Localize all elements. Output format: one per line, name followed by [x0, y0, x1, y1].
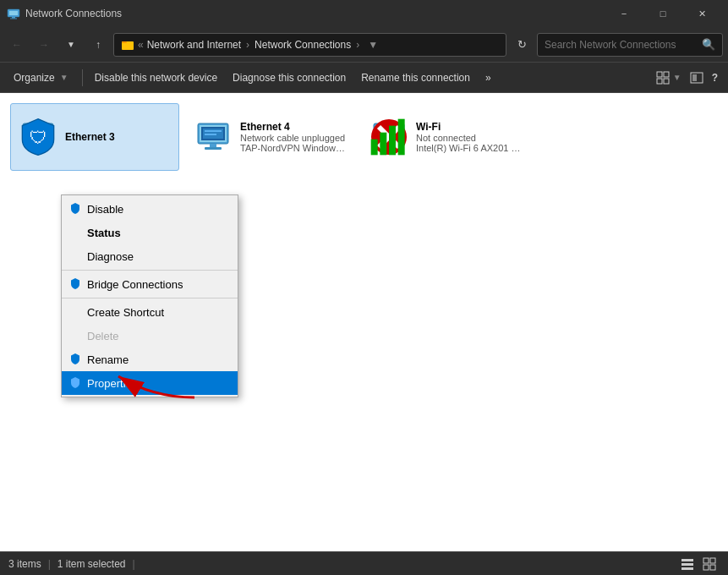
- statusbar-sep2: |: [133, 558, 135, 570]
- more-label: »: [485, 72, 491, 84]
- back-button[interactable]: ←: [5, 33, 29, 57]
- ctx-create-shortcut-icon: [68, 305, 82, 319]
- refresh-button[interactable]: ↻: [510, 33, 534, 57]
- svg-rect-1: [9, 11, 18, 15]
- close-button[interactable]: ✕: [682, 0, 721, 27]
- svg-rect-7: [664, 72, 669, 77]
- svg-rect-24: [205, 147, 222, 150]
- ctx-disable[interactable]: Disable: [62, 197, 238, 221]
- ctx-create-shortcut[interactable]: Create Shortcut: [62, 300, 238, 324]
- up-button[interactable]: ↑: [86, 33, 110, 57]
- titlebar: Network Connections − □ ✕: [0, 0, 728, 27]
- view-icon: [656, 71, 670, 85]
- diagnose-label: Diagnose this connection: [233, 72, 346, 84]
- ctx-properties[interactable]: Properties: [62, 371, 238, 395]
- wifi-signal-icon: [369, 117, 409, 157]
- ctx-properties-icon: [68, 376, 82, 390]
- svg-rect-50: [710, 558, 715, 563]
- svg-rect-47: [681, 563, 693, 566]
- diagnose-button[interactable]: Diagnose this connection: [226, 66, 353, 90]
- ctx-status-icon: [68, 226, 82, 239]
- maximize-button[interactable]: □: [643, 0, 682, 27]
- ethernet4-status: Network cable unplugged: [240, 133, 348, 143]
- view-dropdown-icon[interactable]: ▼: [673, 73, 681, 82]
- ctx-bridge[interactable]: Bridge Connections: [62, 272, 238, 296]
- list-view-button[interactable]: [677, 555, 698, 573]
- wifi-status: Not connected: [416, 133, 524, 143]
- organize-dropdown-icon[interactable]: ▼: [58, 66, 70, 90]
- svg-text:🛡: 🛡: [30, 128, 47, 148]
- svg-rect-5: [122, 41, 127, 43]
- address-box[interactable]: « Network and Internet › Network Connect…: [113, 33, 506, 57]
- toolbar: Organize ▼ Disable this network device D…: [0, 63, 728, 93]
- breadcrumb-network-connections[interactable]: Network Connections: [255, 39, 351, 51]
- ctx-disable-label: Disable: [87, 203, 123, 216]
- ethernet3-info: Ethernet 3: [65, 131, 172, 143]
- ctx-rename[interactable]: Rename: [62, 348, 238, 371]
- ctx-sep2: [62, 298, 238, 298]
- wifi-info: Wi-Fi Not connected Intel(R) Wi-Fi 6 AX2…: [416, 121, 524, 153]
- ethernet4-info: Ethernet 4 Network cable unplugged TAP-N…: [240, 121, 348, 153]
- dropdown-button[interactable]: ▼: [59, 33, 83, 57]
- ethernet3-item[interactable]: 🛡 Ethernet 3: [10, 103, 179, 171]
- address-dropdown-button[interactable]: ▼: [364, 33, 381, 57]
- view-toggle-button[interactable]: ▼: [653, 66, 685, 90]
- svg-rect-52: [710, 565, 715, 570]
- more-button[interactable]: »: [479, 66, 498, 90]
- titlebar-title: Network Connections: [25, 8, 605, 19]
- svg-rect-23: [210, 144, 216, 147]
- statusbar-sep1: |: [48, 558, 51, 570]
- wifi-item[interactable]: Wi-Fi Not connected Intel(R) Wi-Fi 6 AX2…: [362, 103, 531, 171]
- svg-rect-6: [657, 72, 662, 77]
- svg-rect-3: [10, 18, 17, 19]
- svg-rect-41: [371, 140, 378, 156]
- svg-rect-43: [389, 126, 396, 156]
- detail-view-icon: [703, 557, 716, 571]
- ctx-sep1: [62, 270, 238, 271]
- help-button[interactable]: ?: [709, 66, 721, 90]
- svg-rect-42: [380, 133, 386, 156]
- ethernet4-icon: [193, 117, 233, 157]
- ctx-diagnose-label: Diagnose: [87, 250, 134, 263]
- ethernet3-name: Ethernet 3: [65, 131, 172, 143]
- ctx-bridge-icon: [68, 277, 82, 291]
- svg-rect-8: [657, 79, 662, 84]
- svg-rect-49: [703, 558, 709, 563]
- ctx-delete-icon: [68, 329, 82, 342]
- svg-rect-28: [205, 134, 216, 135]
- search-box: 🔍: [537, 33, 723, 57]
- ctx-rename-icon: [68, 353, 82, 366]
- breadcrumb-network-internet[interactable]: Network and Internet: [147, 39, 241, 51]
- ctx-diagnose[interactable]: Diagnose: [62, 244, 238, 268]
- statusbar-right: [677, 555, 720, 573]
- disable-button[interactable]: Disable this network device: [88, 66, 224, 90]
- ethernet3-shield-icon: 🛡: [18, 117, 58, 157]
- svg-rect-44: [398, 119, 405, 156]
- ctx-properties-label: Properties: [87, 377, 137, 390]
- svg-rect-48: [681, 567, 693, 570]
- svg-rect-51: [703, 565, 709, 570]
- titlebar-icon: [7, 6, 20, 22]
- ctx-status[interactable]: Status: [62, 221, 238, 244]
- ethernet4-name: Ethernet 4: [240, 121, 348, 133]
- svg-rect-9: [664, 79, 669, 84]
- search-input[interactable]: [545, 39, 698, 51]
- main-content: 🛡 Ethernet 3 Ethernet 4 Network cable un…: [0, 93, 728, 551]
- breadcrumb-sep1: ›: [246, 39, 249, 51]
- ethernet4-item[interactable]: Ethernet 4 Network cable unplugged TAP-N…: [186, 103, 355, 171]
- organize-button[interactable]: Organize ▼: [7, 66, 77, 90]
- preview-button[interactable]: [687, 66, 707, 90]
- breadcrumb-prefix: «: [138, 39, 144, 51]
- list-view-icon: [681, 557, 694, 571]
- rename-button[interactable]: Rename this connection: [354, 66, 477, 90]
- ctx-bridge-label: Bridge Connections: [87, 278, 183, 291]
- forward-button[interactable]: →: [32, 33, 56, 57]
- detail-view-button[interactable]: [699, 555, 720, 573]
- folder-icon: [121, 38, 134, 52]
- items-count: 3 items: [8, 558, 41, 570]
- wifi-name: Wi-Fi: [416, 121, 524, 133]
- minimize-button[interactable]: −: [605, 0, 643, 27]
- svg-rect-46: [681, 559, 693, 561]
- ctx-diagnose-icon: [68, 249, 82, 263]
- wifi-icon-wrap: [369, 117, 409, 157]
